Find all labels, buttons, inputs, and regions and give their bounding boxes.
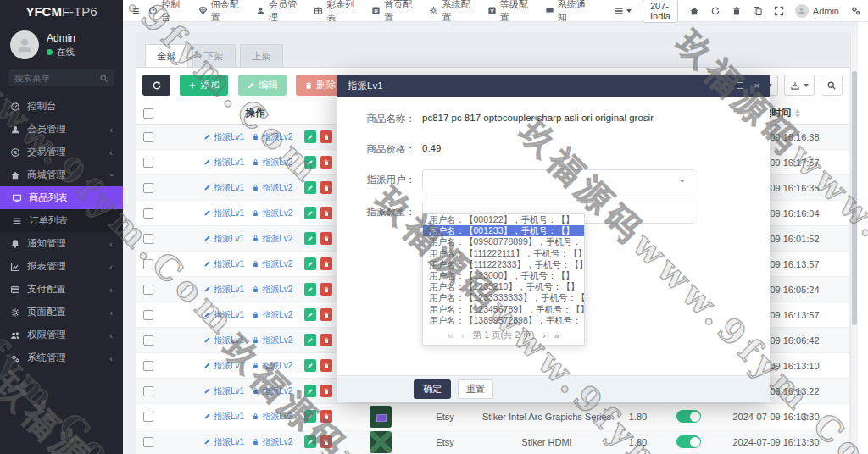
delete-row-button[interactable] — [320, 359, 332, 372]
nav-item-gear[interactable]: 系统配置 — [429, 0, 472, 24]
assign-lv1-link[interactable]: 指派Lv1 — [203, 208, 244, 219]
row-checkbox[interactable] — [143, 310, 153, 320]
assign-lv2-link[interactable]: 指派Lv2 — [252, 157, 292, 169]
page-last-button[interactable]: » — [554, 330, 559, 340]
assign-lv1-link[interactable]: 指派Lv1 — [203, 385, 244, 397]
delete-row-button[interactable] — [320, 308, 332, 321]
assign-lv1-link[interactable]: 指派Lv1 — [203, 284, 244, 296]
delete-row-button[interactable] — [320, 334, 332, 346]
vertical-scrollbar[interactable] — [850, 34, 858, 454]
assign-lv2-link[interactable]: 指派Lv2 — [252, 284, 292, 296]
sidebar-item-shop-home[interactable]: 商城管理‹ — [0, 163, 123, 186]
delete-row-button[interactable] — [320, 435, 332, 448]
refresh-button[interactable] — [142, 75, 170, 96]
assign-lv2-link[interactable]: 指派Lv2 — [252, 411, 292, 423]
row-checkbox[interactable] — [143, 208, 153, 219]
page-prev-button[interactable]: ‹ — [461, 330, 465, 340]
column-header-operation[interactable]: 操作 — [161, 107, 349, 119]
nav-list-dropdown[interactable] — [614, 6, 632, 16]
tab-on-shelf[interactable]: 上架 — [240, 44, 283, 67]
edit-row-button[interactable] — [304, 385, 316, 397]
sidebar-item-bitcoin[interactable]: B交易管理‹ — [0, 141, 123, 163]
edit-button-toolbar[interactable]: 编辑 — [238, 75, 287, 96]
delete-row-button[interactable] — [320, 156, 332, 169]
minimize-icon[interactable]: ─ — [719, 81, 726, 91]
row-checkbox[interactable] — [143, 132, 153, 142]
row-checkbox[interactable] — [143, 158, 153, 168]
page-next-button[interactable]: › — [542, 330, 546, 340]
dropdown-option[interactable]: 用户名：【123000】，手机号：【】 — [423, 270, 584, 281]
edit-row-button[interactable] — [304, 435, 316, 448]
delete-row-button[interactable] — [320, 257, 332, 270]
assign-lv2-link[interactable]: 指派Lv2 — [252, 258, 292, 270]
edit-row-button[interactable] — [304, 334, 316, 346]
edit-row-button[interactable] — [304, 181, 316, 194]
row-checkbox[interactable] — [143, 259, 153, 269]
sidebar-search[interactable] — [8, 69, 114, 86]
dropdown-option[interactable]: 用户名：【001233】，手机号：【】 — [423, 225, 584, 236]
sidebar-item-dashboard[interactable]: 控制台 — [0, 95, 123, 118]
edit-row-button[interactable] — [304, 207, 316, 219]
settings-cogs-icon[interactable] — [850, 5, 861, 16]
assign-lv1-link[interactable]: 指派Lv1 — [203, 131, 244, 143]
home-icon[interactable] — [689, 6, 699, 16]
tab-off-shelf[interactable]: 下架 — [192, 44, 236, 67]
sidebar-item-system-cogs[interactable]: 系统管理‹ — [0, 346, 123, 369]
dropdown-option[interactable]: 用户名：【000122】，手机号：【】 — [423, 214, 584, 225]
assign-lv2-link[interactable]: 指派Lv2 — [252, 385, 292, 397]
restore-icon[interactable] — [737, 81, 743, 91]
row-checkbox[interactable] — [143, 234, 153, 244]
dropdown-option[interactable]: 用户名：【1233210】，手机号：【】 — [423, 281, 584, 292]
assign-user-select[interactable] — [422, 169, 693, 191]
row-checkbox[interactable] — [143, 335, 153, 346]
row-checkbox[interactable] — [143, 386, 153, 396]
assign-lv2-link[interactable]: 指派Lv2 — [252, 335, 292, 346]
nav-item-member[interactable]: 会员管理 — [256, 0, 299, 24]
assign-lv1-link[interactable]: 指派Lv1 — [203, 309, 244, 321]
assign-lv1-link[interactable]: 指派Lv1 — [203, 360, 244, 372]
edit-row-button[interactable] — [304, 156, 316, 169]
reset-button[interactable]: 重置 — [458, 379, 493, 399]
product-thumbnail[interactable] — [370, 406, 392, 428]
row-checkbox[interactable] — [143, 361, 153, 371]
edit-row-button[interactable] — [304, 283, 316, 296]
nav-item-prize-box[interactable]: 彩金列表 — [314, 0, 357, 24]
edit-row-button[interactable] — [304, 130, 316, 143]
edit-row-button[interactable] — [304, 410, 316, 423]
edit-row-button[interactable] — [304, 359, 316, 372]
sidebar-item-permission-users[interactable]: 权限管理‹ — [0, 324, 123, 346]
delete-row-button[interactable] — [320, 181, 332, 194]
sidebar-item-report-chart[interactable]: 报表管理‹ — [0, 255, 123, 278]
hamburger-icon[interactable]: ≡ — [123, 4, 148, 18]
edit-row-button[interactable] — [304, 257, 316, 270]
sidebar-item-bell[interactable]: 通知管理‹ — [0, 232, 123, 255]
delete-row-button[interactable] — [320, 385, 332, 397]
assign-lv1-link[interactable]: 指派Lv1 — [203, 335, 244, 346]
page-first-button[interactable]: « — [448, 330, 453, 340]
edit-row-button[interactable] — [304, 232, 316, 245]
status-toggle[interactable] — [676, 435, 701, 448]
sidebar-item-page-gear[interactable]: 页面配置‹ — [0, 301, 123, 324]
assign-lv2-link[interactable]: 指派Lv2 — [252, 360, 292, 372]
tab-all[interactable]: 全部 — [145, 44, 188, 67]
row-checkbox[interactable] — [143, 183, 153, 193]
topnav-user[interactable]: Admin — [795, 4, 839, 18]
assign-lv1-link[interactable]: 指派Lv1 — [203, 182, 244, 194]
nav-item-dashboard[interactable]: 控制台 — [148, 0, 184, 24]
dropdown-option[interactable]: 用户名：【09988778899】，手机号：【】 — [423, 236, 584, 247]
close-icon[interactable]: × — [754, 81, 760, 91]
expand-icon[interactable] — [774, 6, 784, 16]
sidebar-item-product-monitor[interactable]: 商品列表 — [0, 186, 123, 209]
delete-row-button[interactable] — [320, 410, 332, 423]
product-thumbnail[interactable] — [370, 431, 392, 453]
trash-icon[interactable] — [732, 6, 742, 16]
delete-row-button[interactable] — [320, 232, 332, 245]
assign-lv1-link[interactable]: 指派Lv1 — [203, 411, 244, 423]
delete-row-button[interactable] — [320, 207, 332, 219]
dropdown-option[interactable]: 用户名：【1233333333】，手机号：【】 — [423, 292, 584, 303]
add-button[interactable]: 添加 — [180, 75, 228, 96]
dropdown-option[interactable]: 用户名：【13899572898】，手机号：【】 — [423, 315, 584, 326]
sidebar-item-member[interactable]: 会员管理‹ — [0, 118, 123, 141]
assign-lv1-link[interactable]: 指派Lv1 — [203, 233, 244, 245]
sort-icon[interactable] — [795, 109, 800, 118]
